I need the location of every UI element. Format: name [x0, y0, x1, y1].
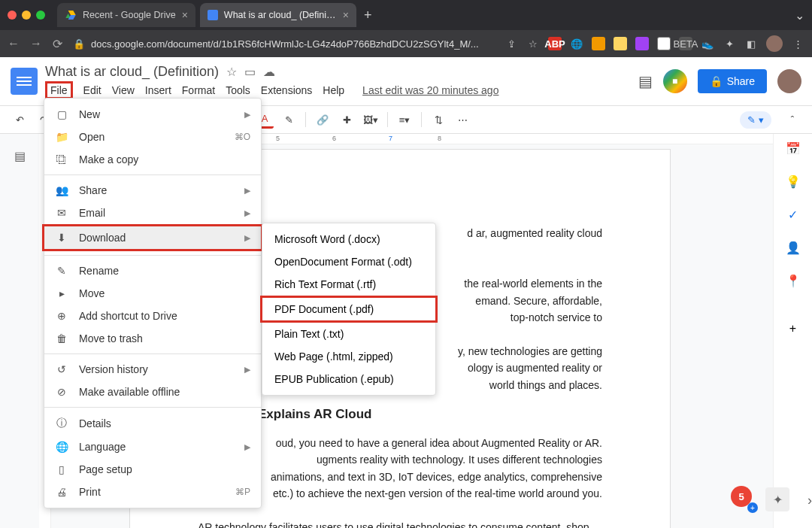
download-odt[interactable]: OpenDocument Format (.odt) [262, 250, 435, 273]
collapse-toolbar-button[interactable]: ˆ [783, 111, 801, 129]
menu-view[interactable]: View [112, 84, 135, 96]
contacts-icon[interactable]: 👤 [785, 239, 801, 256]
menu-item-version-history[interactable]: ↺Version history▶ [44, 358, 261, 381]
outline-toggle-icon[interactable]: ▤ [14, 149, 26, 163]
share-button[interactable]: 🔒 Share [698, 69, 767, 93]
menu-item-email[interactable]: ✉Email▶ [44, 202, 261, 224]
docs-home-icon[interactable] [11, 68, 38, 95]
reload-button[interactable]: ⟳ [53, 37, 62, 51]
user-avatar[interactable] [777, 69, 801, 93]
menu-item-details[interactable]: ⓘDetails [44, 411, 261, 435]
menu-item-move[interactable]: ▸Move [44, 282, 261, 305]
menu-item-add-shortcut[interactable]: ⊕Add shortcut to Drive [44, 305, 261, 327]
side-panel-collapse-icon[interactable]: › [807, 493, 812, 508]
download-docx[interactable]: Microsoft Word (.docx) [262, 228, 435, 250]
beta-badge: BETA [679, 37, 692, 50]
menu-item-trash[interactable]: 🗑Move to trash [44, 327, 261, 350]
menu-item-rename[interactable]: ✎Rename [44, 259, 261, 282]
menu-item-new[interactable]: ▢New▶ [44, 103, 261, 126]
side-panel-icon[interactable]: ◧ [744, 37, 758, 50]
insert-image-button[interactable]: 🖼▾ [362, 111, 380, 129]
comment-history-icon[interactable]: ▤ [638, 72, 653, 90]
maps-icon[interactable]: 📍 [785, 272, 801, 289]
align-button[interactable]: ≡▾ [395, 111, 414, 129]
extensions-puzzle-icon[interactable]: ✦ [723, 37, 736, 50]
highlight-button[interactable]: ✎ [280, 111, 298, 129]
menu-item-language[interactable]: 🌐Language▶ [44, 435, 261, 458]
menu-item-page-setup[interactable]: ▯Page setup [44, 458, 261, 481]
keep-icon[interactable]: 💡 [785, 173, 801, 190]
submenu-arrow-icon: ▶ [244, 442, 250, 452]
address-bar[interactable]: 🔒 docs.google.com/document/d/1b1RS6fcHWr… [73, 38, 479, 50]
extension-icon[interactable] [614, 37, 627, 50]
meet-icon[interactable]: ■ [663, 69, 687, 93]
new-comments-indicator: + [747, 502, 758, 513]
bookmark-star-icon[interactable]: ☆ [526, 37, 540, 50]
undo-button[interactable]: ↶ [11, 111, 29, 129]
menu-help[interactable]: Help [323, 84, 344, 96]
offline-icon: ⊘ [55, 386, 68, 398]
close-window-icon[interactable] [8, 11, 17, 20]
download-pdf[interactable]: PDF Document (.pdf) [262, 298, 435, 320]
share-page-icon[interactable]: ⇪ [504, 37, 518, 50]
document-title[interactable]: What is ar cloud_ (Definition) [45, 64, 219, 80]
browser-menu-icon[interactable]: ⋮ [791, 37, 804, 50]
browser-tab-drive[interactable]: Recent - Google Drive × [57, 3, 195, 27]
tasks-icon[interactable]: ✓ [785, 206, 801, 223]
line-spacing-button[interactable]: ⇅ [429, 111, 447, 129]
add-addon-icon[interactable]: + [785, 320, 801, 337]
shortcut-icon: ⊕ [55, 310, 68, 322]
download-txt[interactable]: Plain Text (.txt) [262, 323, 435, 345]
menu-format[interactable]: Format [182, 84, 215, 96]
more-button[interactable]: ⋯ [453, 111, 471, 129]
editing-mode-button[interactable]: ✎ ▾ [740, 111, 771, 129]
submenu-arrow-icon: ▶ [244, 365, 250, 375]
download-epub[interactable]: EPUB Publication (.epub) [262, 368, 435, 390]
menu-tools[interactable]: Tools [226, 84, 250, 96]
submenu-arrow-icon: ▶ [244, 233, 250, 243]
explore-button[interactable]: ✦ [765, 487, 789, 511]
insert-comment-button[interactable]: ✚ [338, 111, 356, 129]
extension-icon[interactable] [657, 37, 671, 50]
menu-insert[interactable]: Insert [145, 84, 171, 96]
move-to-folder-icon[interactable]: ▭ [244, 65, 256, 79]
back-button[interactable]: ← [8, 37, 20, 50]
download-html[interactable]: Web Page (.html, zipped) [262, 345, 435, 368]
window-controls[interactable] [8, 11, 45, 20]
new-tab-button[interactable]: + [364, 8, 372, 23]
menu-item-make-copy[interactable]: ⿻Make a copy [44, 148, 261, 171]
menu-item-offline[interactable]: ⊘Make available offline [44, 381, 261, 403]
extension-icon[interactable] [635, 37, 649, 50]
browser-tab-docs[interactable]: What is ar cloud_ (Definition) × [200, 3, 356, 27]
profile-avatar[interactable] [766, 35, 783, 52]
extension-icon[interactable]: 👟 [701, 37, 714, 50]
close-tab-icon[interactable]: × [343, 9, 349, 21]
menu-extensions[interactable]: Extensions [261, 84, 312, 96]
tab-overflow-icon[interactable]: ⌄ [795, 8, 804, 23]
download-rtf[interactable]: Rich Text Format (.rtf) [262, 273, 435, 296]
url-text: docs.google.com/document/d/1b1RS6fcHWrml… [91, 38, 479, 50]
menu-item-share[interactable]: 👥Share▶ [44, 179, 261, 202]
email-icon: ✉ [55, 207, 68, 219]
minimize-window-icon[interactable] [22, 11, 31, 20]
abp-extension-icon[interactable]: ABP [548, 37, 562, 50]
last-edit-link[interactable]: Last edit was 20 minutes ago [362, 84, 498, 96]
maximize-window-icon[interactable] [36, 11, 45, 20]
menu-item-download[interactable]: ⬇Download▶ [44, 226, 261, 249]
star-icon[interactable]: ☆ [226, 65, 237, 79]
download-submenu: Microsoft Word (.docx) OpenDocument Form… [262, 223, 436, 396]
calendar-icon[interactable]: 📅 [785, 140, 801, 156]
chevron-down-icon: ▾ [759, 114, 764, 126]
share-person-icon: 👥 [55, 184, 68, 196]
extension-icon[interactable] [592, 37, 605, 50]
insert-link-button[interactable]: 🔗 [314, 111, 332, 129]
cloud-status-icon[interactable]: ☁ [263, 65, 275, 79]
menu-edit[interactable]: Edit [83, 84, 102, 96]
menu-item-open[interactable]: 📁Open⌘O [44, 126, 261, 148]
menu-file[interactable]: File [45, 81, 73, 99]
download-icon: ⬇ [55, 232, 68, 244]
forward-button[interactable]: → [30, 37, 42, 50]
globe-extension-icon[interactable]: 🌐 [570, 37, 583, 50]
menu-item-print[interactable]: 🖨Print⌘P [44, 481, 261, 503]
close-tab-icon[interactable]: × [182, 9, 188, 21]
